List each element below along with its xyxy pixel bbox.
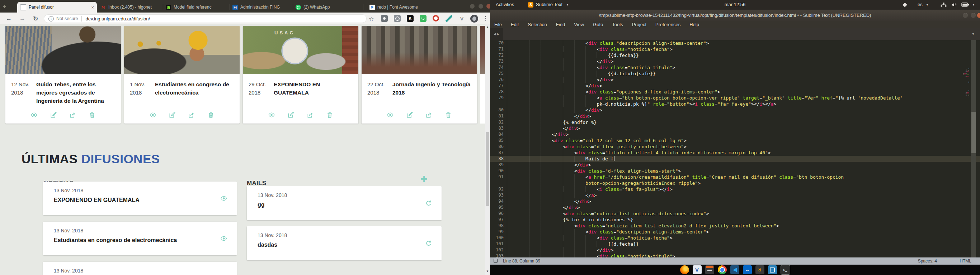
news-card[interactable]: 22 Oct. 2018Jornada Ingenio y Tecnología… [361, 26, 477, 123]
code-line-88[interactable]: 88Mails de f [490, 156, 980, 162]
menu-goto[interactable]: Goto [593, 22, 603, 27]
status-icon[interactable] [493, 259, 498, 263]
reload-icon[interactable]: ↻ [33, 15, 38, 22]
browser-tab-4[interactable]: FiAdministración FING [229, 2, 292, 13]
code-line-77[interactable]: 77</div> [490, 83, 980, 89]
sublime-title-bar[interactable]: /tmp/sublime-sftp-browse-1542111432/fing… [490, 9, 980, 21]
code-line-97[interactable]: 97{% for d in difusiones %} [490, 217, 980, 223]
edit-button[interactable] [50, 111, 57, 119]
menu-selection[interactable]: Selection [528, 22, 547, 27]
delete-button[interactable] [326, 111, 333, 119]
extension-k-icon[interactable]: K [407, 15, 414, 22]
keyboard-layout-indicator[interactable]: es [918, 2, 923, 7]
browser-maximize-button[interactable] [479, 4, 483, 9]
terminal-taskbar-icon[interactable]: >_ [781, 265, 790, 275]
news-card[interactable]: 1 Nov. 2018Estudiantes en congreso de el… [124, 26, 240, 123]
delete-button[interactable] [89, 111, 96, 119]
code-line-80[interactable]: 80</div> [490, 107, 980, 113]
code-line-71[interactable]: 71<div class="noticia-fecha"> [490, 46, 980, 52]
tab-close-icon[interactable]: × [91, 5, 94, 10]
code-line-94[interactable]: 94</div> [490, 198, 980, 204]
indent-setting-label[interactable]: Spaces: 4 [918, 259, 937, 264]
code-line-100[interactable]: 100<div class="noticia-fecha"> [490, 235, 980, 241]
tray-app-icon[interactable] [902, 3, 907, 7]
menu-view[interactable]: View [574, 22, 584, 27]
code-line-wrap[interactable]: pk=d.noticia.pk %}" role="button"><i cla… [490, 101, 980, 107]
menu-file[interactable]: File [494, 22, 502, 27]
code-line-72[interactable]: 72{{d.fecha}} [490, 52, 980, 58]
code-line-102[interactable]: 102</div> [490, 247, 980, 253]
extension-picker-icon[interactable] [445, 15, 452, 22]
mail-list-item[interactable]: 13 Nov. 2018dasdas [247, 226, 442, 260]
view-button[interactable] [30, 111, 38, 119]
noticia-list-item[interactable]: 13 Nov. 2018EXPONIENDO EN GUATEMALA [43, 182, 237, 215]
browser-tab-6[interactable]: ⚑redo | Font Awesome [367, 2, 436, 13]
edit-button[interactable] [406, 111, 413, 119]
browser-tab-3[interactable]: djModel field referenc [163, 2, 229, 13]
news-card-title[interactable]: EXPONIENDO EN GUATEMALA [269, 80, 353, 97]
news-card[interactable]: USAC29 Oct. 2018EXPONIENDO EN GUATEMALA [243, 26, 358, 123]
code-line-82[interactable]: 82{% endfor %} [490, 119, 980, 125]
virtualbox-taskbar-icon[interactable]: V [693, 266, 702, 274]
syntax-label[interactable]: HTML [959, 259, 971, 264]
code-line-73[interactable]: 73</div> [490, 58, 980, 65]
delete-button[interactable] [207, 111, 215, 119]
code-line-95[interactable]: 95</div> [490, 204, 980, 210]
code-line-70[interactable]: 70<div class="descripcion align-items-ce… [490, 40, 980, 46]
browser-minimize-button[interactable] [470, 4, 474, 9]
code-line-86[interactable]: 86<div class="d-flex justify-content-bet… [490, 144, 980, 150]
code-line-75[interactable]: 75{{d.titulo|safe}} [490, 71, 980, 77]
battery-icon[interactable] [961, 3, 969, 7]
scrollbar-up-icon[interactable]: ▲ [486, 25, 489, 28]
browser-tab-1[interactable]: Panel difusor× [17, 2, 97, 13]
share-button[interactable] [425, 111, 433, 119]
sublime-minimize-button[interactable] [963, 13, 968, 18]
extension-red-icon[interactable] [433, 15, 439, 22]
code-line-74[interactable]: 74<div class="noticia-titulo"> [490, 65, 980, 71]
editor-scrollbar-thumb[interactable] [971, 112, 976, 153]
new-tab-icon[interactable]: + [3, 3, 6, 9]
code-line-84[interactable]: 84</div> [490, 131, 980, 138]
edit-button[interactable] [287, 111, 294, 119]
minimap[interactable]: <div class="descripcion align-items-cent… [951, 49, 969, 106]
code-line-wrap[interactable]: boton-opcion-agregarNoticiaIndex ripple"… [490, 180, 980, 186]
code-editor[interactable]: 70<div class="descripcion align-items-ce… [490, 40, 980, 258]
menu-tools[interactable]: Tools [612, 22, 623, 27]
chrome-taskbar-icon[interactable] [718, 266, 727, 274]
profile-avatar[interactable] [470, 15, 478, 22]
resend-icon[interactable] [425, 240, 432, 247]
info-icon[interactable]: i [48, 16, 54, 22]
view-button[interactable] [387, 111, 394, 119]
view-eye-icon[interactable] [220, 235, 228, 242]
tab-overflow-icon[interactable]: ▼ [968, 28, 978, 40]
code-line-99[interactable]: 99<div class="descripcion align-items-ce… [490, 229, 980, 235]
code-line-87[interactable]: 87<div class="titulo cl-effect-4 titulo-… [490, 150, 980, 156]
noticia-list-item[interactable]: 13 Nov. 2018Guido Tebes, entre los mejor… [43, 262, 237, 275]
topbar-app-name[interactable]: Sublime Text [536, 2, 562, 7]
news-card-title[interactable]: Jornada Ingenio y Tecnología 2018 [388, 80, 472, 97]
code-line-92[interactable]: 92<i class="fas fa-plus"></i> [490, 186, 980, 192]
code-line-79[interactable]: 79<a class="btn boton-opcion boton-opcio… [490, 95, 980, 101]
clock[interactable]: mar 12:56 [725, 2, 746, 7]
vscode-taskbar-icon[interactable] [730, 266, 739, 274]
tab-scroll-arrows-icon[interactable]: ◀▶ [490, 28, 503, 40]
scrollbar-down-icon[interactable]: ▼ [486, 270, 489, 273]
extension-lightbulb-icon[interactable] [381, 15, 388, 22]
extension-v-icon[interactable]: V [458, 15, 465, 22]
share-button[interactable] [307, 111, 314, 119]
browser-scrollbar-thumb[interactable] [486, 132, 489, 206]
news-card[interactable]: 12 Nov. 2018Guido Tebes, entre los mejor… [5, 26, 121, 123]
browser-close-button[interactable] [487, 4, 490, 9]
view-button[interactable] [268, 111, 275, 119]
system-menu-caret-icon[interactable]: ▼ [972, 3, 975, 6]
delete-button[interactable] [445, 111, 452, 119]
url-text[interactable]: dev.ing.unlpam.edu.ar/difusion/ [85, 16, 150, 22]
volume-icon[interactable] [951, 2, 957, 7]
menu-preferences[interactable]: Preferences [655, 22, 681, 27]
resend-icon[interactable] [425, 200, 432, 207]
noticia-list-item[interactable]: 13 Nov. 2018Estudiantes en congreso de e… [43, 222, 237, 255]
browser-tab-2[interactable]: MInbox (2,405) - higonet [97, 2, 162, 13]
forward-icon[interactable]: → [19, 15, 25, 22]
view-eye-icon[interactable] [220, 195, 228, 202]
remmina-taskbar-icon[interactable] [768, 266, 777, 274]
